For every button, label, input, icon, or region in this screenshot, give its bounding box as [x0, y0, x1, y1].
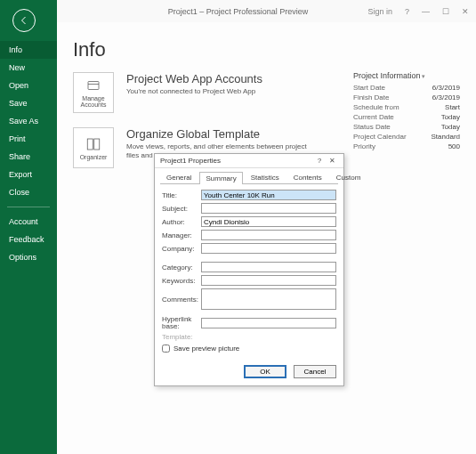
properties-dialog: Project1 Properties ? ✕ General Summary …: [154, 153, 344, 386]
dialog-title: Project1 Properties: [160, 157, 313, 165]
pi-row: Finish Date6/3/2019: [353, 93, 460, 101]
nav-open[interactable]: Open: [0, 77, 57, 94]
manage-accounts-button[interactable]: Manage Accounts: [73, 72, 114, 113]
nav-info[interactable]: Info: [0, 41, 57, 59]
dialog-help-button[interactable]: ?: [313, 157, 326, 165]
dialog-tabs: General Summary Statistics Contents Cust…: [155, 168, 343, 183]
checkbox-label: Save preview picture: [173, 345, 239, 353]
tile-label: Manage Accounts: [74, 95, 113, 108]
tab-statistics[interactable]: Statistics: [245, 171, 286, 183]
tab-general[interactable]: General: [160, 171, 198, 183]
title-input[interactable]: [201, 190, 336, 200]
accounts-icon: [85, 77, 101, 93]
tab-custom[interactable]: Custom: [330, 171, 367, 183]
pi-row: Schedule fromStart: [353, 103, 460, 111]
manager-input[interactable]: [201, 230, 336, 240]
nav-new[interactable]: New: [0, 59, 57, 77]
author-input[interactable]: [201, 216, 336, 227]
title-label: Title:: [162, 191, 198, 199]
cancel-button[interactable]: Cancel: [294, 365, 336, 378]
pi-row: Priority500: [353, 142, 460, 150]
nav-close[interactable]: Close: [0, 183, 57, 201]
category-input[interactable]: [201, 262, 336, 272]
subject-input[interactable]: [201, 203, 336, 214]
keywords-label: Keywords:: [162, 277, 198, 285]
svg-rect-2: [94, 139, 100, 150]
company-label: Company:: [162, 245, 198, 253]
nav-export[interactable]: Export: [0, 166, 57, 183]
project-info-heading[interactable]: Project Information: [353, 71, 460, 80]
arrow-left-icon: [19, 15, 29, 26]
author-label: Author:: [162, 218, 198, 226]
window-title: Project1 – Project Professional Preview: [168, 7, 309, 16]
dialog-close-button[interactable]: ✕: [326, 157, 338, 165]
tab-summary[interactable]: Summary: [199, 172, 242, 184]
subject-label: Subject:: [162, 205, 198, 213]
page-title: Info: [73, 38, 460, 61]
signin-link[interactable]: Sign in: [367, 7, 392, 16]
comments-label: Comments:: [162, 296, 198, 304]
back-button[interactable]: [12, 9, 36, 32]
accounts-heading: Project Web App Accounts: [126, 72, 262, 85]
pi-row: Project CalendarStandard: [353, 133, 460, 141]
tab-contents[interactable]: Contents: [287, 171, 328, 183]
maximize-button[interactable]: ☐: [442, 7, 449, 16]
close-window-button[interactable]: ✕: [462, 7, 469, 16]
minimize-button[interactable]: —: [422, 7, 430, 16]
nav-feedback[interactable]: Feedback: [0, 231, 57, 248]
organizer-heading: Organize Global Template: [126, 127, 313, 141]
template-label: Template:: [162, 333, 198, 341]
category-label: Category:: [162, 263, 198, 272]
nav-account[interactable]: Account: [0, 213, 57, 231]
svg-rect-1: [87, 139, 93, 150]
ok-button[interactable]: OK: [244, 365, 286, 378]
pi-row: Current DateToday: [353, 113, 460, 121]
nav-share[interactable]: Share: [0, 148, 57, 166]
nav-save[interactable]: Save: [0, 94, 57, 112]
pi-row: Status DateToday: [353, 123, 460, 131]
project-info-panel: Project Information Start Date6/3/2019 F…: [353, 71, 460, 152]
title-bar: Project1 – Project Professional Preview …: [0, 0, 476, 22]
tile-label: Organizer: [80, 154, 108, 160]
company-input[interactable]: [201, 243, 336, 254]
nav-save-as[interactable]: Save As: [0, 112, 57, 130]
accounts-desc: You're not connected to Project Web App: [126, 87, 262, 96]
nav-separator: [7, 207, 50, 207]
dialog-titlebar: Project1 Properties ? ✕: [155, 154, 343, 168]
backstage-sidebar: Info New Open Save Save As Print Share E…: [0, 0, 57, 454]
organizer-button[interactable]: Organizer: [73, 127, 114, 168]
nav-print[interactable]: Print: [0, 130, 57, 148]
help-button[interactable]: ?: [405, 7, 409, 16]
svg-rect-0: [88, 82, 99, 90]
nav-options[interactable]: Options: [0, 248, 57, 266]
organizer-icon: [85, 136, 101, 152]
pi-row: Start Date6/3/2019: [353, 84, 460, 92]
manager-label: Manager:: [162, 231, 198, 239]
dialog-body: Title: Subject: Author: Manager: Company…: [160, 183, 338, 360]
checkbox-input[interactable]: [162, 345, 170, 353]
hyperlink-input[interactable]: [201, 318, 336, 328]
keywords-input[interactable]: [201, 275, 336, 286]
comments-input[interactable]: [201, 288, 336, 310]
hyperlink-label: Hyperlink base:: [162, 316, 198, 330]
save-preview-checkbox[interactable]: Save preview picture: [162, 345, 336, 353]
